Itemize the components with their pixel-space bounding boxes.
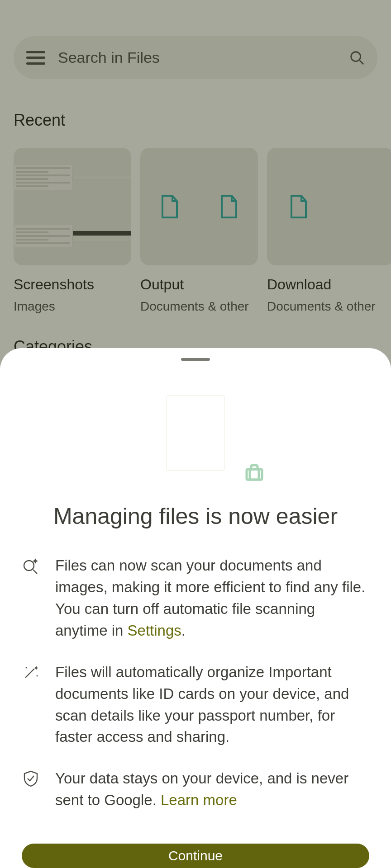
settings-link[interactable]: Settings xyxy=(128,622,181,639)
point-text: Your data stays on your device, and is n… xyxy=(55,768,369,811)
shield-check-icon xyxy=(22,769,40,788)
onboarding-sheet: Managing files is now easier Files can n… xyxy=(0,348,391,868)
point-organize: Files will automatically organize Import… xyxy=(22,661,369,748)
svg-line-6 xyxy=(25,669,34,678)
svg-point-7 xyxy=(26,667,27,668)
learn-more-link[interactable]: Learn more xyxy=(161,792,237,808)
svg-line-5 xyxy=(33,570,37,574)
point-privacy: Your data stays on your device, and is n… xyxy=(22,768,369,811)
svg-point-8 xyxy=(37,675,38,676)
point-scan: Files can now scan your documents and im… xyxy=(22,555,369,641)
continue-button[interactable]: Continue xyxy=(22,844,369,868)
briefcase-icon xyxy=(245,464,263,481)
sheet-title: Managing files is now easier xyxy=(22,503,369,529)
svg-rect-3 xyxy=(250,469,259,480)
svg-point-4 xyxy=(24,561,34,571)
sheet-points: Files can now scan your documents and im… xyxy=(22,555,369,811)
magic-wand-icon xyxy=(22,663,40,681)
sheet-illustration xyxy=(22,379,369,494)
sheet-grabber[interactable] xyxy=(181,358,210,361)
point-text: Files will automatically organize Import… xyxy=(55,661,369,748)
paper-icon xyxy=(167,395,224,470)
point-text: Files can now scan your documents and im… xyxy=(55,555,369,641)
sparkle-search-icon xyxy=(22,557,40,575)
